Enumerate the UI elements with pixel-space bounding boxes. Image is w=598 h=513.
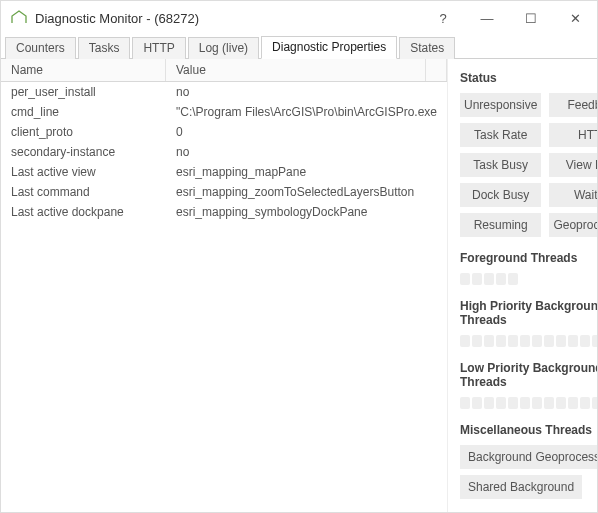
tab-diagnostic-properties[interactable]: Diagnostic Properties	[261, 36, 397, 59]
status-feedback[interactable]: Feedback	[549, 93, 597, 117]
tab-http[interactable]: HTTP	[132, 37, 185, 59]
thread-segment	[460, 397, 470, 409]
tab-states[interactable]: States	[399, 37, 455, 59]
table-row[interactable]: secondary-instanceno	[1, 142, 447, 162]
help-button[interactable]: ?	[421, 3, 465, 33]
misc-threads-title: Miscellaneous Threads	[460, 423, 597, 437]
tab-counters[interactable]: Counters	[5, 37, 76, 59]
thread-segment	[484, 335, 494, 347]
thread-segment	[472, 335, 482, 347]
window-title: Diagnostic Monitor - (68272)	[35, 11, 199, 26]
tab-tasks[interactable]: Tasks	[78, 37, 131, 59]
cell-name: Last active view	[1, 162, 166, 182]
grid-body: per_user_installnocmd_line"C:\Program Fi…	[1, 82, 447, 512]
cell-value: no	[166, 142, 447, 162]
cell-name: per_user_install	[1, 82, 166, 102]
thread-segment	[532, 397, 542, 409]
tab-log-live-[interactable]: Log (live)	[188, 37, 259, 59]
thread-segment	[520, 335, 530, 347]
thread-segment	[580, 335, 590, 347]
thread-bar	[460, 335, 597, 347]
table-row[interactable]: Last active viewesri_mapping_mapPane	[1, 162, 447, 182]
thread-segment	[508, 397, 518, 409]
thread-segment	[472, 273, 482, 285]
thread-segment	[496, 273, 506, 285]
table-row[interactable]: client_proto0	[1, 122, 447, 142]
thread-segment	[460, 273, 470, 285]
titlebar: Diagnostic Monitor - (68272) ? — ☐ ✕	[1, 1, 597, 35]
cell-value: esri_mapping_mapPane	[166, 162, 447, 182]
thread-segment	[496, 397, 506, 409]
thread-segment	[532, 335, 542, 347]
thread-segment	[472, 397, 482, 409]
diagnostic-monitor-window: Diagnostic Monitor - (68272) ? — ☐ ✕ Cou…	[0, 0, 598, 513]
status-http[interactable]: HTTP	[549, 123, 597, 147]
thread-segment	[484, 397, 494, 409]
thread-segment	[508, 335, 518, 347]
thread-bar	[460, 397, 597, 409]
status-task-rate[interactable]: Task Rate	[460, 123, 541, 147]
misc-shared-background[interactable]: Shared Background	[460, 475, 582, 499]
thread-segment	[544, 335, 554, 347]
cell-name: Last active dockpane	[1, 202, 166, 222]
thread-segment	[460, 335, 470, 347]
column-header-name[interactable]: Name	[1, 59, 166, 81]
maximize-button[interactable]: ☐	[509, 3, 553, 33]
app-icon	[11, 10, 27, 27]
status-grid: UnresponsiveFeedbackTask RateHTTPTask Bu…	[460, 93, 597, 237]
cell-name: Last command	[1, 182, 166, 202]
thread-segment	[580, 397, 590, 409]
thread-segment	[520, 397, 530, 409]
thread-segment	[556, 335, 566, 347]
status-dock-busy[interactable]: Dock Busy	[460, 183, 541, 207]
status-waiting[interactable]: Waiting	[549, 183, 597, 207]
table-row[interactable]: Last commandesri_mapping_zoomToSelectedL…	[1, 182, 447, 202]
thread-segment	[484, 273, 494, 285]
thread-segment	[544, 397, 554, 409]
thread-section-title: Foreground Threads	[460, 251, 597, 265]
misc-background-geoprocessing[interactable]: Background Geoprocessing	[460, 445, 597, 469]
thread-segment	[496, 335, 506, 347]
table-row[interactable]: cmd_line"C:\Program Files\ArcGIS\Pro\bin…	[1, 102, 447, 122]
properties-panel: Name Value per_user_installnocmd_line"C:…	[1, 59, 448, 512]
cell-value: esri_mapping_symbologyDockPane	[166, 202, 447, 222]
thread-segment	[508, 273, 518, 285]
thread-segment	[568, 397, 578, 409]
status-view-busy[interactable]: View Busy	[549, 153, 597, 177]
status-task-busy[interactable]: Task Busy	[460, 153, 541, 177]
status-title: Status	[460, 71, 597, 85]
status-resuming[interactable]: Resuming	[460, 213, 541, 237]
column-header-value[interactable]: Value	[166, 59, 426, 81]
thread-segment	[592, 397, 597, 409]
cell-value: no	[166, 82, 447, 102]
thread-segment	[556, 397, 566, 409]
minimize-button[interactable]: —	[465, 3, 509, 33]
table-row[interactable]: Last active dockpaneesri_mapping_symbolo…	[1, 202, 447, 222]
thread-segment	[592, 335, 597, 347]
cell-name: cmd_line	[1, 102, 166, 122]
table-row[interactable]: per_user_installno	[1, 82, 447, 102]
cell-value: "C:\Program Files\ArcGIS\Pro\bin\ArcGISP…	[166, 102, 447, 122]
cell-value: esri_mapping_zoomToSelectedLayersButton	[166, 182, 447, 202]
column-header-spacer	[426, 59, 447, 81]
misc-threads-list: Background GeoprocessingShared Backgroun…	[460, 445, 597, 499]
close-button[interactable]: ✕	[553, 3, 597, 33]
thread-bar	[460, 273, 597, 285]
status-geoprocessing[interactable]: Geoprocessing	[549, 213, 597, 237]
status-unresponsive[interactable]: Unresponsive	[460, 93, 541, 117]
cell-name: client_proto	[1, 122, 166, 142]
thread-section-title: High Priority Background Threads	[460, 299, 597, 327]
tab-bar: CountersTasksHTTPLog (live)Diagnostic Pr…	[1, 35, 597, 59]
side-panel: Status UnresponsiveFeedbackTask RateHTTP…	[448, 59, 597, 512]
thread-section-title: Low Priority Background Threads	[460, 361, 597, 389]
grid-header-row: Name Value	[1, 59, 447, 82]
thread-segment	[568, 335, 578, 347]
cell-value: 0	[166, 122, 447, 142]
cell-name: secondary-instance	[1, 142, 166, 162]
